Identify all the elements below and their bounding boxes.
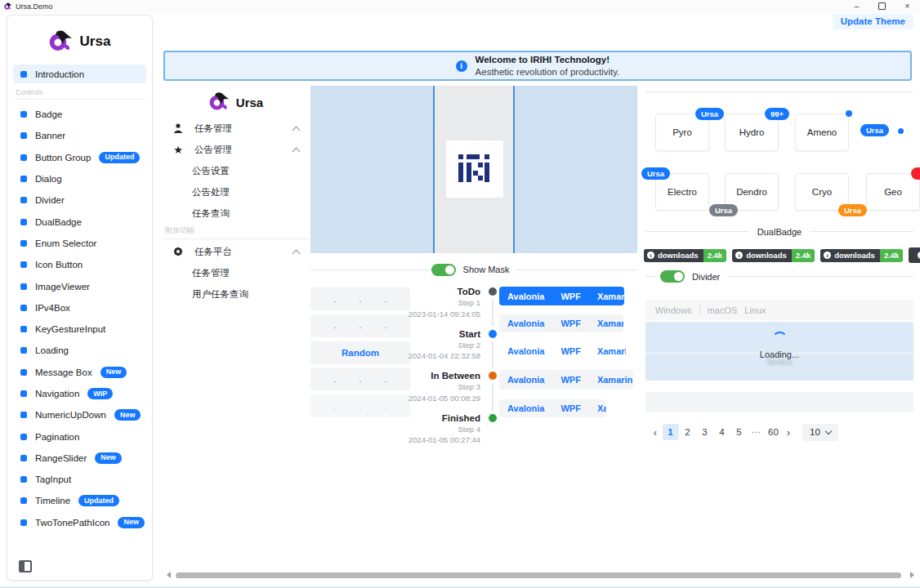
sidebar-item-message-box[interactable]: Message BoxNew	[7, 362, 152, 383]
maximize-button[interactable]	[869, 0, 895, 12]
avalonia-button[interactable]: Avalonia	[499, 287, 552, 305]
info-icon: i	[735, 252, 743, 259]
tab-linux[interactable]: Linux	[744, 305, 766, 315]
empty-panel	[645, 392, 913, 412]
button-group-demo: Avalonia WPF Xamarin Avalonia WPF Xamari…	[499, 287, 633, 417]
menu-group-task-management[interactable]: 任务管理	[163, 118, 309, 139]
image-viewer[interactable]	[310, 86, 637, 253]
toggle-knob	[445, 265, 454, 274]
pagination-page-1[interactable]: 1	[663, 424, 679, 440]
sidebar-item-banner[interactable]: Banner	[7, 125, 152, 146]
wpf-button[interactable]: WPF	[552, 399, 588, 417]
sidebar-item-rangeslider[interactable]: RangeSliderNew	[7, 448, 152, 469]
pagination-next[interactable]: ›	[782, 426, 795, 439]
pagination-page-5[interactable]: 5	[731, 424, 748, 440]
sidebar-item-twotonepathicon[interactable]: TwoTonePathIconNew	[7, 512, 152, 533]
avalonia-button[interactable]: Avalonia	[499, 399, 552, 417]
bullet-icon	[20, 240, 27, 247]
ipv4-input-disabled: ...	[310, 394, 410, 417]
chevron-up-icon	[293, 148, 301, 156]
menu-group-announcement[interactable]: ★ 公告管理	[163, 139, 309, 160]
sidebar-collapse-icon[interactable]	[19, 560, 32, 572]
xamarin-button[interactable]: Xamarin	[589, 287, 624, 305]
star-icon: ★	[172, 145, 185, 155]
xamarin-button[interactable]: Xamarin	[589, 342, 626, 360]
avalonia-button[interactable]: Avalonia	[499, 370, 552, 390]
menu-item-announcement-settings[interactable]: 公告设置	[163, 160, 309, 181]
dual-badge-large: idownloads2.4k	[909, 247, 920, 263]
sidebar-item-loading[interactable]: Loading	[7, 340, 152, 361]
pagination-page-2[interactable]: 2	[680, 424, 696, 440]
sidebar-item-enum-selector[interactable]: Enum Selector	[7, 233, 152, 254]
close-button[interactable]: ×	[895, 0, 920, 12]
bullet-icon	[20, 519, 27, 526]
sidebar-item-divider[interactable]: Divider	[7, 189, 152, 211]
sidebar-item-pagination[interactable]: Pagination	[7, 425, 152, 447]
sidebar-item-introduction[interactable]: Introduction	[13, 65, 146, 83]
loading-container: Loading... Stretch	[645, 322, 913, 381]
info-icon: i	[456, 60, 467, 72]
wpf-button[interactable]: WPF	[552, 287, 588, 305]
horizontal-scrollbar-thumb[interactable]	[176, 572, 901, 578]
sidebar-item-dualbadge[interactable]: DualBadge	[7, 211, 152, 232]
badge-card-geo: Geo	[866, 173, 920, 211]
sidebar-item-timeline[interactable]: TimelineUpdated	[7, 490, 152, 511]
sidebar-item-taginput[interactable]: TagInput	[7, 469, 152, 490]
menu-item-task-query[interactable]: 任务查询	[163, 203, 309, 224]
tab-macos[interactable]: macOS	[708, 305, 738, 315]
sidebar-item-ipv4box[interactable]: IPv4Box	[7, 297, 152, 318]
sidebar-item-numericupdown[interactable]: NumericUpDownNew	[7, 404, 152, 425]
hscroll-left-arrow[interactable]	[167, 572, 171, 578]
sidebar-section-controls: Controls	[14, 88, 145, 100]
sidebar-item-navigation[interactable]: NavigationWIP	[7, 383, 152, 404]
ipv4-input[interactable]: ...	[310, 314, 410, 337]
avalonia-button[interactable]: Avalonia	[499, 342, 552, 360]
menu-group-task-platform[interactable]: 任务平台	[163, 241, 309, 262]
xamarin-button[interactable]: Xamarin	[589, 314, 623, 332]
tab-windows[interactable]: Windows	[655, 305, 692, 315]
page-size-value: 10	[810, 427, 820, 437]
sidebar-item-icon-button[interactable]: Icon Button	[7, 254, 152, 275]
badge-pill-ursa: Ursa	[641, 167, 670, 180]
ipv4-input[interactable]: ...	[310, 287, 410, 310]
badge-card-ameno: Ameno	[795, 114, 849, 151]
show-mask-toggle[interactable]	[431, 264, 456, 276]
pagination-page-4[interactable]: 4	[714, 424, 730, 440]
update-theme-button[interactable]: Update Theme	[833, 14, 913, 29]
ipv4-input[interactable]: ...	[310, 368, 410, 390]
menu-item-task-management[interactable]: 任务管理	[163, 262, 309, 283]
wpf-button[interactable]: WPF	[552, 370, 588, 390]
button-group-borderless: Avalonia WPF Xamarin	[499, 342, 626, 360]
menu-item-user-task-query[interactable]: 用户任务查询	[163, 283, 309, 305]
menu-item-announcement-handling[interactable]: 公告处理	[163, 181, 309, 203]
pagination-page-3[interactable]: 3	[697, 424, 713, 440]
page-size-dropdown[interactable]: 10	[802, 424, 838, 441]
minimize-button[interactable]: –	[844, 0, 869, 12]
dualbadge-row: idownloads2.4k idownloads2.4k idownloads…	[644, 247, 920, 263]
person-icon	[172, 122, 185, 134]
sidebar-item-imageviewer[interactable]: ImageViewer	[7, 275, 152, 296]
xamarin-button[interactable]: Xamarin	[589, 399, 606, 417]
dual-badge: idownloads2.4k	[644, 249, 726, 262]
divider-line	[645, 91, 913, 92]
wpf-button[interactable]: WPF	[552, 314, 588, 332]
sidebar-item-keygestureinput[interactable]: KeyGestureInput	[7, 318, 152, 340]
dual-badge: idownloads2.4k	[820, 249, 903, 262]
bullet-icon	[20, 476, 27, 483]
random-button[interactable]: Random	[310, 341, 410, 364]
bullet-icon	[20, 326, 27, 332]
sidebar-item-badge[interactable]: Badge	[7, 104, 152, 125]
timeline-item-finished: Finished Step 4 2024-01-05 00:27:44	[405, 412, 500, 446]
wpf-button[interactable]: WPF	[552, 342, 588, 360]
divider-toggle[interactable]	[660, 270, 685, 283]
ursa-logo-icon	[209, 92, 230, 112]
hscroll-right-arrow[interactable]	[910, 572, 914, 578]
pagination-prev[interactable]: ‹	[649, 426, 662, 439]
avalonia-button[interactable]: Avalonia	[499, 314, 552, 332]
pagination-page-60[interactable]: 60	[766, 424, 782, 440]
xamarin-button[interactable]: Xamarin	[589, 370, 633, 390]
sidebar-item-dialog[interactable]: Dialog	[7, 168, 152, 189]
sidebar-item-badge-pill: Updated	[78, 495, 119, 506]
sidebar-item-button-group[interactable]: Button GroupUpdated	[7, 147, 152, 168]
pagination-ellipsis[interactable]: ⋯	[748, 424, 765, 440]
